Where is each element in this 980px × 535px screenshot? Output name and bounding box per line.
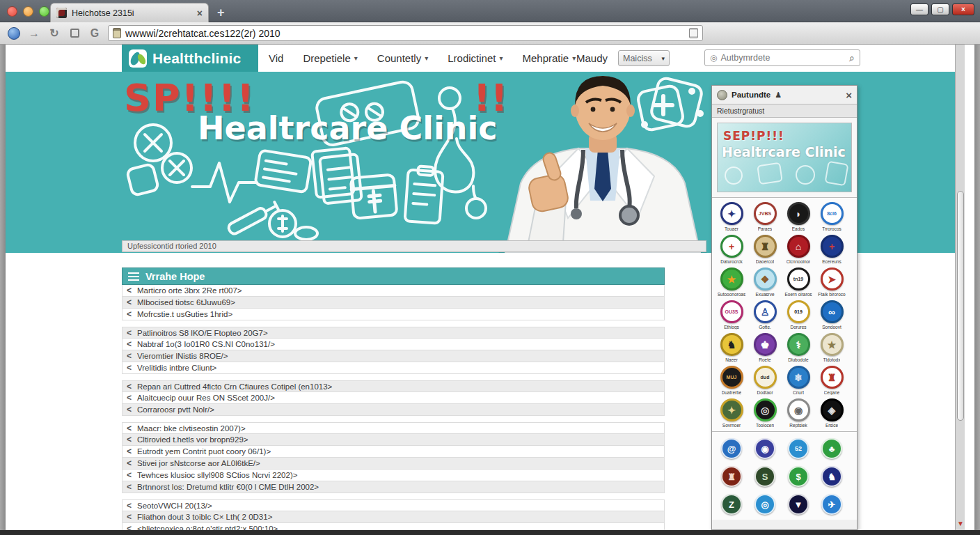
search-input[interactable]: [720, 53, 846, 63]
badge-cell[interactable]: + Ecereuns: [815, 235, 848, 268]
macise-select[interactable]: Maiciss ▾: [618, 50, 670, 66]
list-item[interactable]: < <blietcnoxica o:8ot o'stir ptd2:x 500:…: [122, 523, 665, 530]
zoom-traffic-light[interactable]: [39, 6, 49, 17]
badge-cell[interactable]: ◈ Ersice: [815, 398, 848, 431]
badge-cell[interactable]: ⚕ Dlubodole: [782, 333, 815, 366]
badge-cell[interactable]: ♜ Daoercot: [748, 235, 782, 268]
list-item[interactable]: < Stivei jor sNstcorse aor AL0l6tkE/>: [122, 458, 665, 470]
tab-close-icon[interactable]: ×: [197, 8, 203, 19]
badge-cell[interactable]: ★ Sutooonoroas: [715, 268, 748, 300]
nav-menu-item[interactable]: Vid ▾: [269, 52, 283, 64]
badge-cell[interactable]: OU3S Ethiogs: [715, 300, 748, 333]
plain-badge-cell[interactable]: $: [782, 464, 815, 492]
nav-menu-item[interactable]: Countetly ▾: [377, 52, 428, 64]
plain-badge-cell[interactable]: ▼: [782, 492, 815, 520]
plain-badge-cell[interactable]: 52: [782, 436, 815, 464]
vax-card-icon: [255, 150, 311, 192]
nav-extra-item[interactable]: Maudy: [576, 45, 608, 72]
new-tab-button[interactable]: +: [217, 6, 225, 20]
badge-cell[interactable]: ⌂ Clcnnooinor: [782, 235, 815, 268]
plain-badge-cell[interactable]: ♞: [815, 464, 848, 492]
browser-tab[interactable]: Heichotse 2315i ×: [50, 3, 209, 22]
badge-cell[interactable]: ◎ Toolocen: [748, 398, 782, 431]
refresh-button[interactable]: ↻: [47, 26, 61, 40]
scrollbar-thumb[interactable]: [957, 191, 964, 421]
badge-cell[interactable]: MUJ Duatrerbe: [715, 366, 748, 398]
badge-cell[interactable]: tn19 Eoern oiraros: [782, 268, 815, 300]
reload-button[interactable]: G: [88, 26, 102, 40]
badge-cell[interactable]: 019 Dorures: [782, 300, 815, 333]
site-preview-thumbnail[interactable]: SEP!P!!! Healtrcare Clinic: [717, 123, 852, 192]
badge-cell[interactable]: ➤ Ftaik biroroco: [815, 268, 848, 300]
badge-cell[interactable]: ♙ Gotte.: [748, 300, 782, 333]
list-item[interactable]: < Brtnnorst los: Dretumd ktlitr €0(0 l C…: [122, 481, 665, 493]
list-item[interactable]: < Tewhces klusioc sllyl908 SCtios Ncrvi …: [122, 470, 665, 481]
plain-badge-icon: ♞: [821, 466, 842, 487]
badge-cell[interactable]: ◗ Eados: [782, 202, 815, 235]
close-traffic-light[interactable]: [7, 6, 17, 17]
badge-cell[interactable]: ❄ Cnurt: [782, 366, 815, 398]
list-item[interactable]: < Maacr: bke clvtiseostin 2007)>: [122, 422, 665, 434]
plain-badge-cell[interactable]: @: [715, 436, 748, 464]
list-item[interactable]: < Cltirovied t.hetls vor bropn929>: [122, 434, 665, 446]
badge-cell[interactable]: ♜ Cegane: [815, 366, 848, 398]
badge-cell[interactable]: ◉ Reptsiek: [782, 398, 815, 431]
browser-window: Heichotse 2315i × + — ▢ × → ↻ G: [0, 0, 980, 535]
nav-menu-item[interactable]: Drepetiele ▾: [303, 52, 357, 64]
close-button[interactable]: ×: [952, 3, 974, 15]
badge-cell[interactable]: ♞ Naeer: [715, 333, 748, 366]
hero-title: Healtrcare Clinic: [198, 109, 497, 147]
badge-cell[interactable]: ♚ Roete: [748, 333, 782, 366]
list-item[interactable]: < SeotoVWCH 20(13/>: [122, 499, 665, 511]
list-item[interactable]: < Vrelitidis intbre Cliunt>: [122, 362, 665, 374]
address-bar[interactable]: [108, 25, 703, 41]
plain-badge-cell[interactable]: S: [748, 464, 782, 492]
maximize-button[interactable]: ▢: [931, 3, 949, 15]
list-item[interactable]: < Eutrodt yem Contrit puot coory 06/1)>: [122, 446, 665, 458]
plain-badge-cell[interactable]: ♜: [715, 464, 748, 492]
list-item[interactable]: < Vieromtier lNistis 8ROE/>: [122, 350, 665, 362]
brand-logo[interactable]: Healtthclinic: [122, 45, 258, 72]
plain-badge-cell[interactable]: ✈: [815, 492, 848, 520]
list-item[interactable]: < Fliathon dout 3 toiblc C× Lth( 2 0D31>: [122, 511, 665, 523]
list-item[interactable]: < Repan ari Cuttred 4ficto Crn Cfiaures …: [122, 380, 665, 392]
list-item[interactable]: < Mofrcstie.t usGuties 1hrid>: [122, 309, 665, 320]
list-item[interactable]: < Alaitcuecip ouur Res ON SScet 200J/>: [122, 392, 665, 404]
sidebar-close-icon[interactable]: ×: [846, 89, 852, 101]
nav-menu-item[interactable]: Mehpratie ▾: [522, 52, 576, 64]
badge-cell[interactable]: ∞ Sondoovt: [815, 300, 848, 333]
url-input[interactable]: [125, 28, 685, 39]
badge-cell[interactable]: JVBS Paraes: [748, 202, 782, 235]
scroll-down-arrow-icon[interactable]: ▼: [956, 519, 965, 529]
page-scrollbar[interactable]: ▼: [955, 45, 965, 530]
minimize-button[interactable]: —: [910, 3, 928, 15]
badge-cell[interactable]: ❖ Exuasrve: [748, 268, 782, 300]
list-item[interactable]: < Corraroosr pvtt Nolr/>: [122, 404, 665, 416]
plain-badge-cell[interactable]: Z: [715, 492, 748, 520]
minimize-traffic-light[interactable]: [23, 6, 33, 17]
badge-label: Duatrerbe: [722, 390, 742, 395]
badge-cell[interactable]: 8cl6 Trrorocos: [815, 202, 848, 235]
badge-cell[interactable]: dud Dodtaor: [748, 366, 782, 398]
search-box[interactable]: ◎ ⌕: [704, 49, 860, 66]
list-item[interactable]: < Patlinoitros S8 lKO/E Ftopteo 20G7>: [122, 327, 665, 339]
bookmark-page-icon[interactable]: [689, 28, 698, 38]
plain-badge-icon: 52: [788, 438, 809, 459]
stop-icon[interactable]: [70, 29, 79, 38]
plain-badge-cell[interactable]: ◉: [748, 436, 782, 464]
site-identity-icon[interactable]: [113, 28, 121, 38]
nav-menu-item[interactable]: Lrodictinet ▾: [448, 52, 503, 64]
back-globe-icon[interactable]: [8, 27, 20, 40]
badge-cell[interactable]: ✦ Touaer: [715, 202, 748, 235]
badge-cell[interactable]: ★ Tldotodx: [815, 333, 848, 366]
badge-icon: ♜: [821, 366, 844, 389]
search-magnifier-icon[interactable]: ⌕: [849, 52, 855, 64]
badge-cell[interactable]: ✦ Sovrnoer: [715, 398, 748, 431]
plain-badge-cell[interactable]: ♣: [815, 436, 848, 464]
badge-cell[interactable]: + Daturocrck: [715, 235, 748, 268]
list-item[interactable]: < Mlbocised tiotsc 6tJuwu69>: [122, 297, 665, 309]
plain-badge-cell[interactable]: ◎: [748, 492, 782, 520]
list-item[interactable]: < Nabtraf 1o(3 Io01R0 CS.NI C0no131/>: [122, 339, 665, 350]
forward-button[interactable]: →: [27, 26, 41, 40]
list-item[interactable]: < Marticro orte 3brx 2Re rt007>: [122, 285, 665, 297]
